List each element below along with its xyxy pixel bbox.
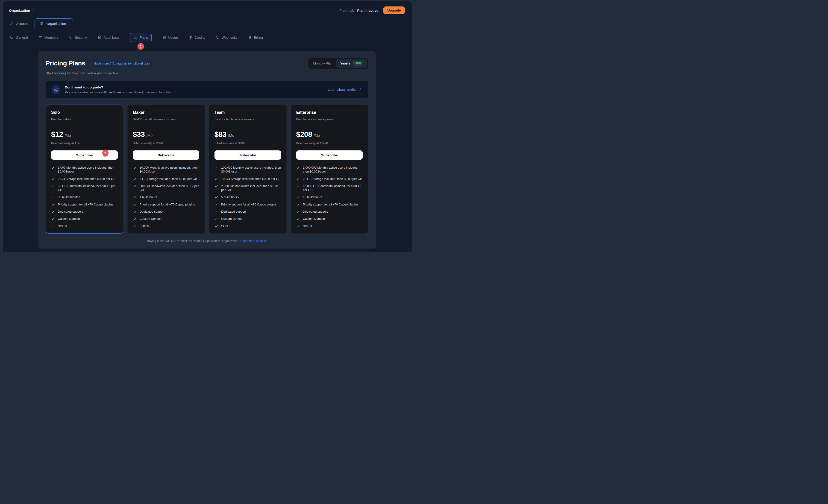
check-icon [133, 184, 137, 188]
plan-feature-text: 2,000 GB Bandwidth included, then $0.12 … [221, 184, 281, 192]
subnav-label-audit-logs: Audit Logs [104, 36, 119, 39]
subnav-item-billing[interactable]: Billing [248, 35, 263, 40]
plan-feature-text: Dedicated support [221, 210, 246, 214]
plan-feature-text: SOC II [221, 224, 231, 228]
plan-feature-item: 5 build hours [214, 195, 281, 199]
subnav-label-webhooks: Webhooks [222, 36, 237, 39]
subnav-item-webhooks[interactable]: Webhooks [216, 35, 237, 40]
learn-about-credits-link[interactable]: Learn about credits [328, 88, 362, 92]
plan-feature-item: 500 GB Bandwidth included, then $0.12 pe… [133, 184, 200, 192]
plan-feature-item: SOC II [133, 224, 200, 228]
tab-bar: Account Organization [3, 18, 412, 29]
subnav-item-usage[interactable]: Usage [162, 35, 178, 40]
subscribe-button-label: Subscribe [76, 153, 93, 157]
plan-feature-text: Custom Domain [139, 217, 162, 221]
plan-feature-list: 1,000,000 Monthly active users included,… [296, 166, 363, 228]
check-icon [51, 166, 55, 170]
check-icon [296, 203, 300, 206]
subnav-label-usage: Usage [168, 36, 178, 39]
plan-price-row: $208 /Mo [296, 130, 363, 139]
yearly-discount-badge: -20% [353, 61, 363, 66]
check-icon [214, 195, 218, 199]
plan-feature-text: Priority support for all +70 Capgo plugi… [139, 203, 195, 206]
upgrade-button[interactable]: Upgrade [383, 6, 405, 14]
plan-feature-text: Custom Domain [221, 217, 243, 221]
organization-subnav: General Members Security Audit Logs Plan… [10, 33, 412, 42]
plan-feature-text: Priority support for all +70 Capgo plugi… [221, 203, 277, 206]
plan-feature-text: 1,000 Monthly active users included, the… [58, 166, 118, 174]
subnav-label-credits: Credits [195, 36, 205, 39]
subnav-label-general: General [16, 36, 28, 39]
plan-name: Maker [133, 110, 200, 115]
plan-feature-item: SOC II [214, 224, 281, 228]
plan-tagline: Best for scaling enterprises [296, 118, 363, 121]
check-icon [133, 166, 137, 170]
check-icon [133, 210, 137, 214]
subnav-item-credits[interactable]: Credits [189, 35, 205, 40]
subnav-label-billing: Billing [254, 36, 263, 39]
tab-organization[interactable]: Organization [35, 18, 73, 29]
check-icon [296, 217, 300, 221]
subscribe-button[interactable]: Subscribe [296, 151, 363, 160]
plan-cards: Solo Best for indies $12 /Mo Billed annu… [46, 104, 368, 234]
plan-feature-item: Dedicated support [214, 210, 281, 214]
credit-card-icon [134, 35, 137, 40]
plan-price: $208 [296, 130, 312, 139]
check-icon [51, 195, 55, 199]
tab-account-label: Account [16, 22, 29, 26]
check-icon [296, 210, 300, 214]
plan-feature-item: 1,000,000 Monthly active users included,… [296, 166, 363, 174]
plan-name: Solo [51, 110, 118, 115]
subnav-item-plans[interactable]: Plans 1 [130, 33, 152, 42]
check-icon [214, 203, 218, 206]
check-icon [296, 224, 300, 228]
plan-tagline: Best for small business owners [133, 118, 200, 121]
plan-feature-item: SOC II [51, 224, 118, 228]
plan-card: Enterprise Best for scaling enterprises … [291, 104, 368, 234]
check-icon [296, 166, 300, 170]
subnav-item-members[interactable]: Members [38, 35, 58, 40]
plan-price-period: /Mo [228, 134, 234, 138]
subnav-item-audit-logs[interactable]: Audit Logs [97, 35, 119, 40]
plan-feature-item: 10 GB Storage included, then $0.09 per G… [214, 177, 281, 181]
monthly-plan-option[interactable]: Monthly Plan [309, 60, 336, 67]
check-icon [214, 210, 218, 214]
subscribe-button-label: Subscribe [239, 153, 256, 157]
plan-feature-text: Priority support for all +70 Capgo plugi… [303, 203, 359, 206]
subnav-item-general[interactable]: General [10, 35, 28, 40]
plan-name: Team [214, 110, 281, 115]
plan-feature-text: Dedicated support [139, 210, 165, 214]
subscribe-button[interactable]: Subscribe 2 [51, 151, 118, 160]
plan-feature-item: Custom Domain [133, 217, 200, 221]
check-icon [214, 217, 218, 221]
subscribe-button[interactable]: Subscribe [133, 151, 200, 160]
plan-feature-item: 50 GB Bandwidth included, then $0.12 per… [51, 184, 118, 192]
tab-account[interactable]: Account [5, 19, 35, 29]
plan-price-row: $12 /Mo [51, 130, 118, 139]
user-icon [10, 21, 14, 26]
chevron-right-icon [359, 88, 362, 92]
credits-banner-title: Don't want to upgrade? [65, 85, 171, 89]
plan-billed-note: Billed annually at $146 [51, 141, 118, 145]
yearly-plan-option[interactable]: Yearly -20% [336, 59, 367, 68]
plan-card: Solo Best for indies $12 /Mo Billed annu… [46, 104, 123, 234]
plan-feature-item: Priority support for all +70 Capgo plugi… [51, 203, 118, 206]
plan-feature-list: 10,000 Monthly active users included, th… [133, 166, 200, 228]
plan-feature-text: 2 GB Storage included, then $0.09 per GB [58, 177, 115, 181]
learn-more-link[interactable]: Learn more about it. [240, 239, 266, 243]
plan-feature-item: 30 build minutes [51, 195, 118, 199]
check-icon [133, 217, 137, 221]
credits-banner-text: Don't want to upgrade? Pay only for what… [65, 85, 171, 94]
plan-feature-item: 10,000 GB Bandwidth included, then $0.12… [296, 184, 363, 192]
plan-feature-item: Dedicated support [133, 210, 200, 214]
subnav-item-security[interactable]: Security [69, 35, 87, 40]
subscribe-button[interactable]: Subscribe [214, 151, 281, 160]
credits-banner: Don't want to upgrade? Pay only for what… [46, 81, 368, 98]
page-title: Pricing Plans [46, 60, 85, 67]
plan-feature-item: Custom Domain [214, 217, 281, 221]
breadcrumb-organization[interactable]: Organization [9, 8, 30, 12]
plan-feature-text: Priority support for all +70 Capgo plugi… [58, 203, 113, 206]
check-icon [133, 203, 137, 206]
contact-us-badge[interactable]: Need more ? Contact us for tailored plan [90, 60, 153, 67]
check-icon [214, 166, 218, 170]
